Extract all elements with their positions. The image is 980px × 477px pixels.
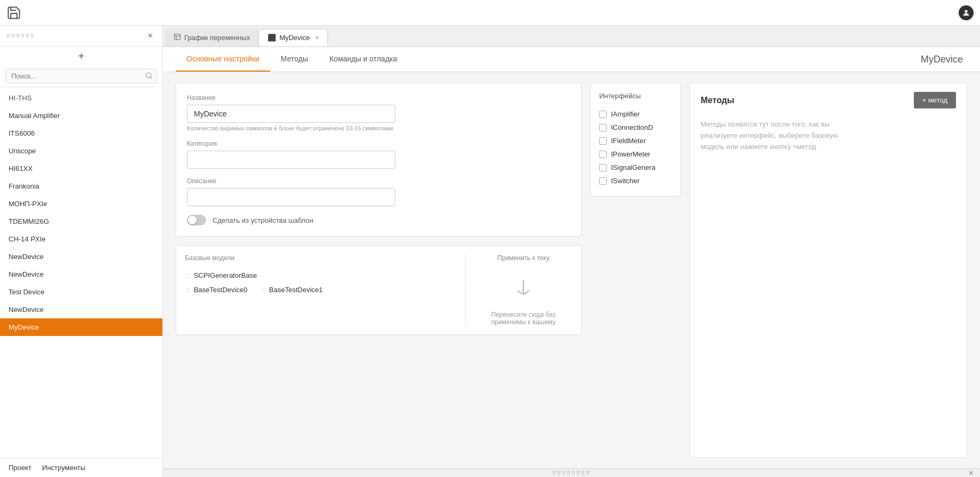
tab-mydevice-close[interactable]: × [315, 34, 319, 42]
subnav-tab-settings[interactable]: Основные настройки [176, 47, 270, 72]
interfaces-section: Интерфейсы IAmplifier IConnectionD IFiel… [590, 83, 681, 197]
subnav-title: MyDevice [921, 54, 967, 65]
sidebar-item[interactable]: HI61XX [0, 160, 162, 177]
drag-handle-icon: :: [187, 272, 191, 279]
left-column: Название Количество видимых символов в б… [176, 83, 582, 458]
methods-title: Методы [701, 96, 734, 105]
sidebar-item[interactable]: NewDevice [0, 265, 162, 283]
sidebar-close-button[interactable]: × [145, 30, 156, 42]
sidebar-item[interactable]: HI-THS [0, 89, 162, 107]
base-models-title: Базовые модели [185, 254, 457, 262]
sidebar-search-container [0, 66, 162, 87]
sidebar-item[interactable]: МОНП-PXIe [0, 195, 162, 213]
sidebar-footer: Проект Инструменты [0, 458, 162, 477]
sidebar-item-test-device[interactable]: Test Device [0, 283, 162, 301]
methods-empty-text: Методы появятся тут после того, как вы р… [701, 119, 850, 152]
tab-variables-chart-icon [174, 33, 181, 42]
tab-variables-chart[interactable]: График переменных [165, 29, 258, 46]
base-models-left: Базовые модели :: SCPIGeneratorBase :: B… [185, 254, 466, 326]
page-body: Название Количество видимых символов в б… [163, 72, 980, 468]
interface-item-powermeter[interactable]: IPowerMeter [599, 147, 672, 161]
base-model-1-label: BaseTestDevice1 [269, 286, 323, 294]
interface-label-powermeter: IPowerMeter [611, 150, 650, 158]
sidebar-item-mydevice[interactable]: MyDevice [0, 318, 162, 336]
methods-header: Методы + метод [701, 92, 956, 108]
svg-point-0 [965, 10, 967, 12]
user-avatar[interactable] [959, 5, 974, 20]
description-input[interactable] [187, 188, 395, 206]
tab-mydevice-icon: ⬛ [268, 34, 276, 42]
top-bar-left [6, 5, 21, 20]
content-area: График переменных ⬛ MyDevice × Основные … [163, 26, 980, 477]
interface-item-signalgenerator[interactable]: ISignalGenera [599, 161, 672, 174]
bottom-close-button[interactable]: × [969, 468, 974, 478]
form-section: Название Количество видимых символов в б… [176, 83, 582, 237]
sidebar-item[interactable]: Manual Amplifier [0, 107, 162, 124]
category-label: Категория [187, 140, 570, 147]
sidebar-item[interactable]: CH-14 PXIe [0, 230, 162, 248]
sidebar-item[interactable]: Unscope [0, 142, 162, 160]
interface-item-switcher[interactable]: ISwitcher [599, 174, 672, 187]
add-method-button[interactable]: + метод [914, 92, 956, 108]
interface-checkbox-amplifier[interactable] [599, 111, 607, 118]
main-layout: ⠿⠿⠿⠿⠿⠿ × + HI-THS Manual Amplifier ITS60… [0, 26, 980, 477]
interface-label-connection: IConnectionD [611, 123, 653, 131]
svg-rect-3 [175, 34, 181, 40]
subnav-tab-methods[interactable]: Методы [270, 47, 319, 72]
base-model-0[interactable]: :: BaseTestDevice0 [185, 283, 249, 297]
sidebar: ⠿⠿⠿⠿⠿⠿ × + HI-THS Manual Amplifier ITS60… [0, 26, 163, 477]
drop-area-icon [507, 275, 539, 307]
name-input[interactable] [187, 105, 395, 123]
sidebar-footer-project[interactable]: Проект [9, 464, 32, 472]
template-toggle[interactable] [187, 215, 206, 225]
interface-checkbox-switcher[interactable] [599, 177, 607, 185]
interface-checkbox-connection[interactable] [599, 124, 607, 131]
template-toggle-row: Сделать из устройства шаблон [187, 215, 570, 225]
form-group-name: Название Количество видимых символов в б… [187, 94, 570, 131]
sub-nav: Основные настройки Методы Команды и отла… [163, 47, 980, 72]
sidebar-drag-handle: ⠿⠿⠿⠿⠿⠿ [6, 33, 35, 39]
tab-mydevice-label: MyDevice [279, 34, 310, 42]
interface-checkbox-powermeter[interactable] [599, 151, 607, 158]
interface-item-connection[interactable]: IConnectionD [599, 121, 672, 134]
description-label: Описание [187, 177, 570, 185]
name-label: Название [187, 94, 570, 101]
interface-item-fieldmeter[interactable]: IFieldMeter [599, 134, 672, 147]
drag-handle-icon: :: [187, 286, 191, 294]
interface-label-switcher: ISwitcher [611, 177, 639, 185]
sidebar-list: HI-THS Manual Amplifier ITS6006 Unscope … [0, 87, 162, 458]
top-bar [0, 0, 980, 26]
base-models-section: Базовые модели :: SCPIGeneratorBase :: B… [176, 245, 582, 335]
sidebar-item[interactable]: NewDevice [0, 301, 162, 318]
page-content: Основные настройки Методы Команды и отла… [163, 47, 980, 468]
interface-label-signalgenerator: ISignalGenera [611, 163, 655, 171]
sub-nav-tabs: Основные настройки Методы Команды и отла… [176, 47, 408, 72]
subnav-tab-commands[interactable]: Команды и отладка [319, 47, 408, 72]
sidebar-footer-tools[interactable]: Инструменты [42, 464, 85, 472]
drag-handle-icon: :: [262, 286, 266, 294]
base-model-0-label: BaseTestDevice0 [194, 286, 247, 294]
tab-variables-chart-label: График переменных [184, 34, 250, 42]
base-model-1[interactable]: :: BaseTestDevice1 [260, 283, 325, 297]
sidebar-item[interactable]: TDEMMI26G [0, 213, 162, 230]
sidebar-item[interactable]: NewDevice [0, 248, 162, 265]
interface-item-amplifier[interactable]: IAmplifier [599, 107, 672, 121]
interface-checkbox-signalgenerator[interactable] [599, 164, 607, 171]
base-models-right: Применить к теку Перенесите сюда баз при… [466, 254, 573, 326]
sidebar-item[interactable]: Frankonia [0, 177, 162, 195]
toggle-knob [188, 216, 197, 224]
sidebar-item[interactable]: ITS6006 [0, 124, 162, 142]
interface-label-amplifier: IAmplifier [611, 110, 640, 118]
base-model-scpi-label: SCPIGeneratorBase [194, 271, 257, 279]
sidebar-header: ⠿⠿⠿⠿⠿⠿ × [0, 26, 162, 46]
base-model-scpi[interactable]: :: SCPIGeneratorBase [185, 268, 457, 283]
category-input[interactable] [187, 151, 395, 169]
bottom-resize-handle[interactable]: ⠿⠿⠿⠿⠿⠿⠿⠿ × [163, 468, 980, 477]
sidebar-add-button[interactable]: + [74, 49, 89, 64]
interfaces-title: Интерфейсы [599, 92, 672, 100]
search-input[interactable] [5, 69, 157, 83]
save-icon[interactable] [6, 5, 21, 20]
interface-checkbox-fieldmeter[interactable] [599, 137, 607, 145]
tab-mydevice[interactable]: ⬛ MyDevice × [258, 29, 328, 46]
tab-bar: График переменных ⬛ MyDevice × [163, 26, 980, 47]
